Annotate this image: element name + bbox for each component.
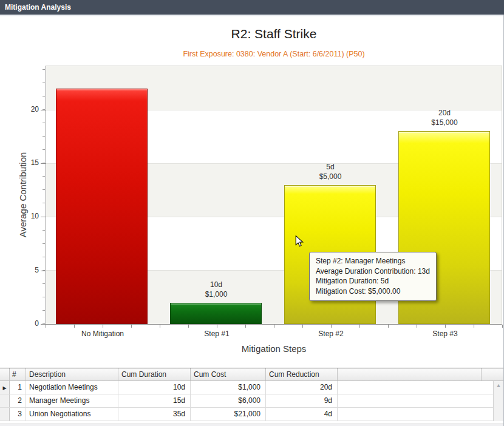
y-tick-label: 10: [17, 212, 39, 220]
bar-label-cost: $5,000: [273, 172, 387, 181]
active-row-marker-icon: ▶: [2, 385, 6, 391]
titlebar-edge: [0, 15, 504, 16]
table-row[interactable]: 2 Manager Meetings 15d $6,000 9d: [0, 394, 494, 408]
mitigation-analysis-window: Mitigation Analysis R2: Staff Strike Fir…: [0, 0, 504, 426]
x-category-label: Step #2: [274, 330, 388, 338]
column-header-num[interactable]: #: [10, 368, 26, 380]
table-vertical-scrollbar[interactable]: ▲: [493, 381, 503, 421]
row-selector-cell[interactable]: [0, 408, 10, 421]
bar-label-duration: 20d: [387, 108, 502, 118]
x-axis-ticks: [46, 325, 503, 328]
window-title: Mitigation Analysis: [5, 3, 71, 12]
bar-label-cost: $15,000: [387, 118, 502, 127]
y-tick-15: [41, 163, 46, 164]
mouse-cursor-icon: [295, 235, 304, 249]
header-row-selector: [0, 368, 10, 380]
cell-cum-cost[interactable]: $1,000: [191, 381, 266, 394]
bar-label-duration: 10d: [159, 280, 273, 289]
tooltip-line: Average Duration Contribution: 13d: [316, 266, 430, 277]
bar-label-step-1: 10d $1,000: [159, 280, 273, 299]
column-header-cum-duration[interactable]: Cum Duration: [118, 368, 191, 380]
y-tick-label: 15: [17, 158, 39, 167]
cell-cum-reduction[interactable]: 9d: [266, 394, 338, 407]
window-bottom-strip: [0, 424, 504, 426]
chart-title: R2: Staff Strike: [46, 27, 502, 41]
table-row[interactable]: ▶ 1 Negotiation Meetings 10d $1,000 20d: [0, 381, 494, 394]
tooltip-line: Mitigation Cost: $5,000.00: [316, 286, 430, 297]
bar-no-mitigation[interactable]: [56, 89, 148, 324]
table-row[interactable]: 3 Union Negotiations 35d $21,000 4d: [0, 408, 494, 421]
y-tick-label: 5: [17, 266, 39, 274]
scroll-up-icon[interactable]: ▲: [494, 381, 503, 390]
cell-cum-cost[interactable]: $6,000: [191, 394, 266, 407]
tooltip-line: Mitigation Duration: 5d: [316, 276, 430, 286]
cell-cum-reduction[interactable]: 20d: [266, 381, 338, 394]
y-tick-label: 0: [17, 319, 39, 328]
column-header-cum-cost[interactable]: Cum Cost: [191, 368, 266, 380]
cell-description[interactable]: Union Negotiations: [26, 408, 118, 421]
x-category-label: Step #3: [388, 330, 502, 338]
row-selector-cell[interactable]: [0, 394, 10, 407]
cell-num[interactable]: 3: [10, 408, 26, 421]
column-header-description[interactable]: Description: [26, 368, 118, 380]
y-tick-label: 20: [17, 105, 39, 113]
x-axis-title: Mitigation Steps: [46, 343, 502, 354]
chart-subtitle: First Exposure: 0380: Vendor A (Start: 6…: [33, 50, 504, 58]
cell-cum-duration[interactable]: 35d: [118, 408, 191, 421]
tooltip-line: Step #2: Manager Meetings: [316, 256, 430, 266]
cell-cum-duration[interactable]: 10d: [118, 381, 191, 394]
table-header-row: # Description Cum Duration Cum Cost Cum …: [0, 368, 504, 381]
cell-filler: [338, 394, 493, 407]
cell-cum-duration[interactable]: 15d: [118, 394, 191, 407]
cell-cum-cost[interactable]: $21,000: [191, 408, 266, 421]
y-axis-minor-ticks: [43, 66, 45, 324]
column-header-cum-reduction[interactable]: Cum Reduction: [266, 368, 338, 380]
row-selector-cell[interactable]: ▶: [0, 381, 10, 394]
y-tick-5: [41, 271, 46, 271]
column-header-filler: [338, 368, 482, 380]
bar-label-cost: $1,000: [159, 289, 273, 299]
cell-num[interactable]: 1: [10, 381, 26, 394]
column-header-tail: [482, 368, 504, 380]
cell-description[interactable]: Negotiation Meetings: [26, 381, 118, 394]
y-tick-0: [41, 324, 46, 325]
x-category-label: No Mitigation: [46, 330, 160, 338]
y-tick-10: [41, 217, 46, 217]
cell-description[interactable]: Manager Meetings: [26, 394, 118, 407]
bar-step-1[interactable]: [170, 303, 262, 324]
cell-filler: [338, 408, 493, 421]
chart-tooltip: Step #2: Manager Meetings Average Durati…: [309, 252, 437, 301]
cell-filler: [338, 381, 493, 394]
bar-label-step-2: 5d $5,000: [273, 162, 387, 181]
bar-label-step-3: 20d $15,000: [387, 108, 502, 127]
window-titlebar[interactable]: Mitigation Analysis: [0, 0, 504, 15]
y-tick-20: [41, 110, 46, 110]
cell-cum-reduction[interactable]: 4d: [266, 408, 338, 421]
cell-num[interactable]: 2: [10, 394, 26, 407]
bar-label-duration: 5d: [273, 162, 387, 172]
x-category-label: Step #1: [160, 330, 274, 338]
